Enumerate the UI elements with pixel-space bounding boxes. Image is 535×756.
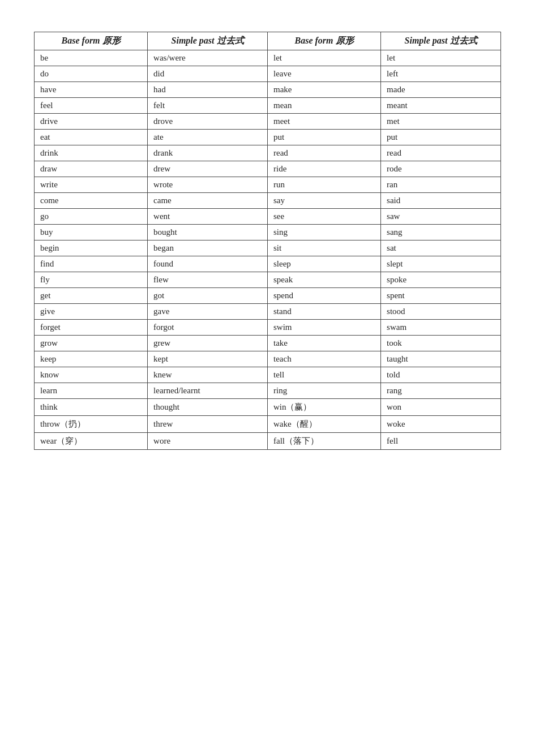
simple-past-2: took — [381, 336, 501, 351]
base-form-1: eat — [35, 130, 148, 145]
header-base2: Base form 原形 — [267, 32, 380, 50]
simple-past-1: came — [148, 193, 268, 209]
simple-past-1: ate — [148, 130, 268, 145]
simple-past-1: forgot — [148, 320, 268, 336]
base-form-1: write — [35, 177, 148, 193]
simple-past-1: wrote — [148, 177, 268, 193]
table-row: gowentseesaw — [35, 209, 501, 225]
table-row: bewas/wereletlet — [35, 50, 501, 66]
simple-past-1: kept — [148, 351, 268, 367]
table-row: comecamesaysaid — [35, 193, 501, 209]
simple-past-1: drank — [148, 145, 268, 161]
base-form-1: find — [35, 256, 148, 272]
simple-past-1: grew — [148, 336, 268, 351]
simple-past-2: let — [381, 50, 501, 66]
table-row: forgetforgotswimswam — [35, 320, 501, 336]
simple-past-2: taught — [381, 351, 501, 367]
base-form-2: stand — [267, 304, 380, 320]
table-row: feelfeltmeanmeant — [35, 98, 501, 114]
simple-past-2: woke — [381, 416, 501, 433]
header-base1: Base form 原形 — [35, 32, 148, 50]
simple-past-1: found — [148, 256, 268, 272]
base-form-1: give — [35, 304, 148, 320]
simple-past-2: rang — [381, 383, 501, 399]
table-row: drawdrewriderode — [35, 161, 501, 177]
simple-past-2: rode — [381, 161, 501, 177]
base-form-2: take — [267, 336, 380, 351]
simple-past-1: bought — [148, 225, 268, 240]
simple-past-2: spent — [381, 288, 501, 304]
simple-past-1: went — [148, 209, 268, 225]
base-form-1: draw — [35, 161, 148, 177]
base-form-2: read — [267, 145, 380, 161]
table-row: knowknewtelltold — [35, 367, 501, 383]
base-form-1: begin — [35, 240, 148, 256]
simple-past-2: read — [381, 145, 501, 161]
table-row: drivedrovemeetmet — [35, 114, 501, 130]
simple-past-1: did — [148, 66, 268, 82]
base-form-2: sleep — [267, 256, 380, 272]
simple-past-1: thought — [148, 399, 268, 416]
simple-past-2: said — [381, 193, 501, 209]
base-form-2: make — [267, 82, 380, 98]
table-row: wear（穿）worefall（落下）fell — [35, 433, 501, 450]
simple-past-2: won — [381, 399, 501, 416]
base-form-2: put — [267, 130, 380, 145]
simple-past-2: sat — [381, 240, 501, 256]
base-form-1: think — [35, 399, 148, 416]
base-form-1: keep — [35, 351, 148, 367]
table-row: buyboughtsingsang — [35, 225, 501, 240]
base-form-1: drive — [35, 114, 148, 130]
simple-past-2: sang — [381, 225, 501, 240]
simple-past-2: told — [381, 367, 501, 383]
verb-table: Base form 原形 Simple past 过去式 Base form 原… — [34, 32, 501, 450]
base-form-2: let — [267, 50, 380, 66]
base-form-2: say — [267, 193, 380, 209]
simple-past-1: gave — [148, 304, 268, 320]
base-form-1: wear（穿） — [35, 433, 148, 450]
base-form-2: ring — [267, 383, 380, 399]
base-form-2: run — [267, 177, 380, 193]
base-form-1: learn — [35, 383, 148, 399]
simple-past-2: spoke — [381, 272, 501, 288]
base-form-2: fall（落下） — [267, 433, 380, 450]
base-form-1: know — [35, 367, 148, 383]
table-row: writewroterunran — [35, 177, 501, 193]
simple-past-2: made — [381, 82, 501, 98]
base-form-1: buy — [35, 225, 148, 240]
base-form-2: sing — [267, 225, 380, 240]
base-form-1: come — [35, 193, 148, 209]
base-form-2: swim — [267, 320, 380, 336]
table-row: findfoundsleepslept — [35, 256, 501, 272]
simple-past-1: knew — [148, 367, 268, 383]
table-row: eatateputput — [35, 130, 501, 145]
base-form-2: meet — [267, 114, 380, 130]
simple-past-1: drew — [148, 161, 268, 177]
table-row: learnlearned/learntringrang — [35, 383, 501, 399]
table-row: throw（扔）threwwake（醒）woke — [35, 416, 501, 433]
simple-past-1: wore — [148, 433, 268, 450]
base-form-1: have — [35, 82, 148, 98]
base-form-1: be — [35, 50, 148, 66]
table-row: givegavestandstood — [35, 304, 501, 320]
simple-past-2: slept — [381, 256, 501, 272]
base-form-1: do — [35, 66, 148, 82]
simple-past-1: learned/learnt — [148, 383, 268, 399]
base-form-1: feel — [35, 98, 148, 114]
base-form-1: fly — [35, 272, 148, 288]
base-form-2: see — [267, 209, 380, 225]
base-form-2: wake（醒） — [267, 416, 380, 433]
base-form-1: grow — [35, 336, 148, 351]
table-row: flyflewspeakspoke — [35, 272, 501, 288]
simple-past-1: was/were — [148, 50, 268, 66]
simple-past-2: put — [381, 130, 501, 145]
base-form-2: leave — [267, 66, 380, 82]
simple-past-1: flew — [148, 272, 268, 288]
base-form-2: tell — [267, 367, 380, 383]
base-form-2: mean — [267, 98, 380, 114]
base-form-2: ride — [267, 161, 380, 177]
table-row: drinkdrankreadread — [35, 145, 501, 161]
simple-past-2: left — [381, 66, 501, 82]
simple-past-2: ran — [381, 177, 501, 193]
simple-past-2: fell — [381, 433, 501, 450]
